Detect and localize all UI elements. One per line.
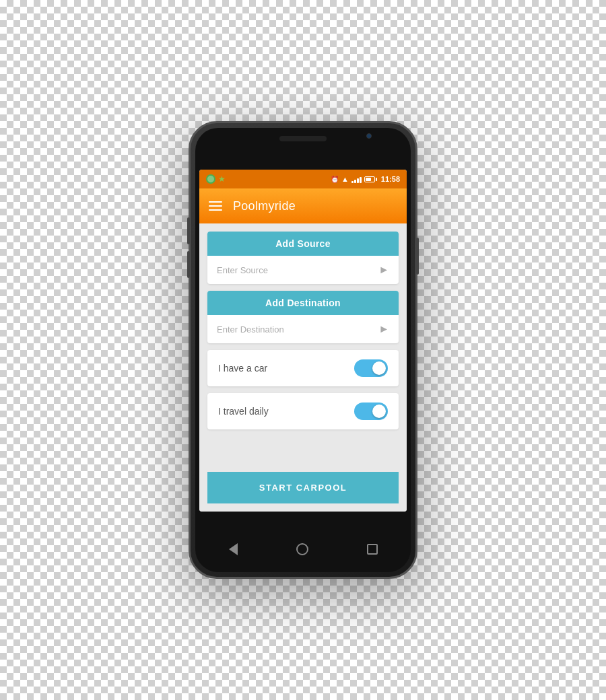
spacer — [207, 436, 399, 465]
screen: ★ ⏰ ▲ — [199, 170, 407, 512]
back-button[interactable] — [229, 543, 238, 555]
nav-bar — [199, 529, 407, 569]
travel-daily-label: I travel daily — [218, 406, 269, 417]
status-bar: ★ ⏰ ▲ — [199, 170, 407, 188]
battery-icon — [364, 176, 377, 182]
source-chevron-icon: ► — [378, 264, 389, 276]
home-button[interactable] — [296, 543, 308, 555]
travel-daily-toggle-knob — [372, 405, 386, 418]
status-left-icons: ★ — [206, 174, 226, 184]
volume-down-btn[interactable] — [187, 251, 190, 278]
volume-up-btn[interactable] — [187, 217, 190, 244]
have-car-label: I have a car — [218, 363, 267, 374]
speaker — [279, 136, 327, 141]
have-car-toggle-row: I have a car — [207, 350, 399, 386]
status-time: 11:58 — [381, 175, 400, 183]
main-content: Add Source Enter Source ► Add Destinatio… — [199, 223, 407, 512]
have-car-toggle-knob — [372, 361, 386, 375]
phone-frame: ★ ⏰ ▲ — [189, 121, 417, 579]
destination-input-row[interactable]: Enter Destination ► — [207, 315, 399, 343]
source-section: Add Source Enter Source ► — [207, 232, 399, 284]
hamburger-menu-icon[interactable] — [209, 201, 222, 211]
travel-daily-toggle-row: I travel daily — [207, 393, 399, 429]
front-camera — [366, 133, 372, 139]
globe-icon — [206, 174, 215, 184]
source-header: Add Source — [207, 232, 399, 256]
recent-apps-button[interactable] — [367, 544, 378, 555]
power-btn[interactable] — [416, 238, 419, 275]
app-bar: Poolmyride — [199, 188, 407, 223]
signal-icon — [351, 175, 362, 183]
source-input-row[interactable]: Enter Source ► — [207, 256, 399, 284]
android-icon: ★ — [218, 174, 226, 184]
alarm-icon: ⏰ — [331, 176, 339, 183]
travel-daily-toggle[interactable] — [354, 403, 388, 420]
wifi-icon: ▲ — [341, 175, 349, 183]
source-placeholder: Enter Source — [217, 265, 268, 275]
destination-placeholder: Enter Destination — [217, 324, 284, 335]
destination-chevron-icon: ► — [378, 323, 389, 335]
status-right-icons: ⏰ ▲ — [331, 175, 400, 183]
destination-header: Add Destination — [207, 291, 399, 315]
app-title: Poolmyride — [233, 199, 296, 213]
destination-section: Add Destination Enter Destination ► — [207, 291, 399, 343]
start-carpool-button[interactable]: START CARPOOL — [207, 472, 399, 503]
have-car-toggle[interactable] — [354, 359, 388, 377]
